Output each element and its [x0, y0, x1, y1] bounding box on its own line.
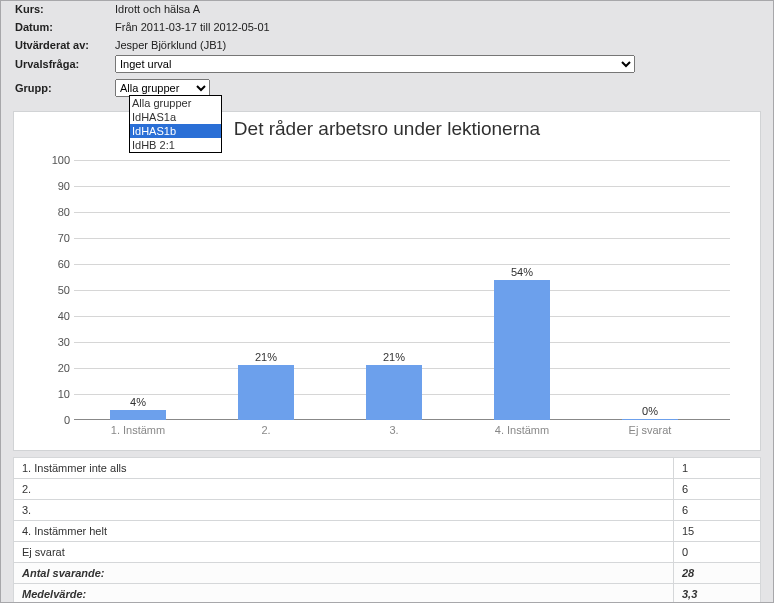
x-tick-label: 2.: [221, 420, 311, 436]
result-value: 6: [674, 500, 761, 521]
grupp-label: Grupp:: [15, 82, 115, 94]
bar-value-label: 54%: [494, 266, 550, 280]
bar-value-label: 21%: [366, 351, 422, 365]
grupp-option[interactable]: IdHAS1a: [130, 110, 221, 124]
grid-line: [74, 160, 730, 161]
y-tick-label: 10: [42, 388, 70, 400]
y-tick-label: 70: [42, 232, 70, 244]
total-label: Antal svarande:: [14, 563, 674, 584]
form-area: Kurs: Idrott och hälsa A Datum: Från 201…: [1, 1, 773, 103]
kurs-value: Idrott och hälsa A: [115, 3, 200, 15]
y-tick-label: 60: [42, 258, 70, 270]
table-row: 1. Instämmer inte alls1: [14, 458, 761, 479]
grid-line: [74, 186, 730, 187]
mean-label: Medelvärde:: [14, 584, 674, 604]
y-tick-label: 0: [42, 414, 70, 426]
result-value: 6: [674, 479, 761, 500]
table-row: 4. Instämmer helt15: [14, 521, 761, 542]
result-label: 4. Instämmer helt: [14, 521, 674, 542]
bar-value-label: 4%: [110, 396, 166, 410]
results-panel: 1. Instämmer inte alls12.63.64. Instämme…: [13, 457, 761, 603]
x-tick-label: Ej svarat: [605, 420, 695, 436]
grid-line: [74, 342, 730, 343]
result-value: 1: [674, 458, 761, 479]
page-root: Kurs: Idrott och hälsa A Datum: Från 201…: [0, 0, 774, 603]
grid-line: [74, 212, 730, 213]
chart-area: 01020304050607080901004%1. Instämm21%2.2…: [14, 140, 760, 450]
chart-bar: 4%: [110, 410, 166, 420]
urvalsfraga-select[interactable]: Inget urval: [115, 55, 635, 73]
grupp-option[interactable]: IdHAS1b: [130, 124, 221, 138]
datum-label: Datum:: [15, 21, 115, 33]
grid-line: [74, 238, 730, 239]
table-row-mean: Medelvärde:3,3: [14, 584, 761, 604]
chart-plot: 01020304050607080901004%1. Instämm21%2.2…: [74, 160, 730, 420]
total-value: 28: [674, 563, 761, 584]
utvarderat-label: Utvärderat av:: [15, 39, 115, 51]
utvarderat-value: Jesper Björklund (JB1): [115, 39, 226, 51]
bar-value-label: 21%: [238, 351, 294, 365]
x-tick-label: 3.: [349, 420, 439, 436]
table-row: 2.6: [14, 479, 761, 500]
grupp-option[interactable]: Alla grupper: [130, 96, 221, 110]
mean-value: 3,3: [674, 584, 761, 604]
grid-line: [74, 290, 730, 291]
y-tick-label: 30: [42, 336, 70, 348]
y-tick-label: 80: [42, 206, 70, 218]
result-label: 3.: [14, 500, 674, 521]
grid-line: [74, 264, 730, 265]
table-row: Ej svarat0: [14, 542, 761, 563]
chart-title: Det råder arbetsro under lektionerna: [14, 112, 760, 140]
chart-bar: 54%: [494, 280, 550, 420]
chart-bar: 21%: [238, 365, 294, 420]
result-label: Ej svarat: [14, 542, 674, 563]
y-tick-label: 90: [42, 180, 70, 192]
y-tick-label: 100: [42, 154, 70, 166]
table-row: 3.6: [14, 500, 761, 521]
table-row-total: Antal svarande:28: [14, 563, 761, 584]
result-value: 0: [674, 542, 761, 563]
bar-value-label: 0%: [622, 405, 678, 419]
y-tick-label: 20: [42, 362, 70, 374]
y-tick-label: 40: [42, 310, 70, 322]
kurs-label: Kurs:: [15, 3, 115, 15]
chart-panel: Det råder arbetsro under lektionerna 010…: [13, 111, 761, 451]
result-label: 2.: [14, 479, 674, 500]
x-tick-label: 1. Instämm: [93, 420, 183, 436]
result-label: 1. Instämmer inte alls: [14, 458, 674, 479]
results-table: 1. Instämmer inte alls12.63.64. Instämme…: [13, 457, 761, 603]
result-value: 15: [674, 521, 761, 542]
grupp-option[interactable]: IdHB 2:1: [130, 138, 221, 152]
datum-value: Från 2011-03-17 till 2012-05-01: [115, 21, 270, 33]
chart-bar: 21%: [366, 365, 422, 420]
grid-line: [74, 316, 730, 317]
y-tick-label: 50: [42, 284, 70, 296]
grupp-dropdown-list[interactable]: Alla grupperIdHAS1aIdHAS1bIdHB 2:1: [129, 95, 222, 153]
x-tick-label: 4. Instämm: [477, 420, 567, 436]
urvalsfraga-label: Urvalsfråga:: [15, 58, 115, 70]
